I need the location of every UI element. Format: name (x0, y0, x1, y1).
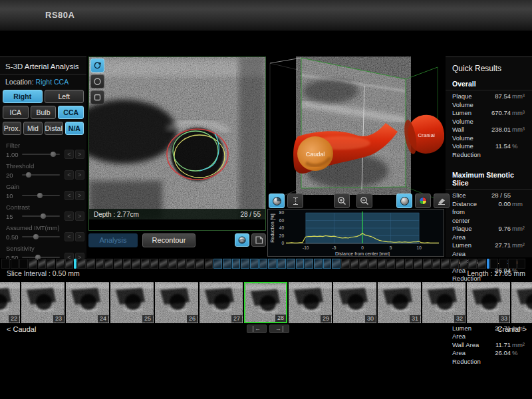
slider-increment-button[interactable]: > (75, 211, 84, 221)
micro-slice-cell[interactable] (232, 259, 241, 269)
range-marker-cranial[interactable] (487, 259, 489, 269)
micro-slice-cell[interactable] (250, 259, 259, 269)
go-to-first-slice-button[interactable]: ← (247, 325, 267, 333)
micro-slice-cell[interactable] (305, 259, 313, 269)
micro-slice-cell[interactable] (241, 259, 249, 269)
micro-slice-cell[interactable] (396, 259, 404, 269)
micro-slice-cell[interactable] (350, 259, 359, 269)
slider-knob[interactable] (26, 172, 31, 178)
rectangle-contour-tool-button[interactable] (90, 90, 104, 104)
micro-slice-cell[interactable] (168, 259, 177, 269)
location-button-bulb[interactable]: Bulb (31, 106, 57, 119)
micro-slice-cell[interactable] (11, 259, 19, 269)
slider-knob[interactable] (51, 152, 56, 157)
slider-increment-button[interactable]: > (75, 170, 84, 180)
micro-slice-cell[interactable] (178, 259, 186, 269)
micro-slice-cell[interactable] (460, 259, 468, 269)
micro-slice-cell[interactable] (47, 259, 55, 269)
location-button-n-a[interactable]: N/A (65, 122, 84, 135)
volume-render-toggle-button[interactable] (235, 233, 249, 247)
micro-slice-cell[interactable] (468, 259, 477, 269)
micro-slice-cell[interactable] (432, 259, 441, 269)
slice-position-button[interactable] (287, 194, 303, 208)
slice-thumbnail-30[interactable]: 30 (333, 282, 376, 323)
micro-slice-cell[interactable] (450, 259, 459, 269)
slider-increment-button[interactable]: > (75, 191, 84, 200)
slider-knob[interactable] (41, 213, 46, 219)
micro-slice-cell[interactable] (314, 259, 323, 269)
slider-decrement-button[interactable]: < (65, 232, 74, 241)
micro-slice-cell[interactable] (1, 259, 10, 269)
micro-slice-cell[interactable] (296, 259, 305, 269)
micro-slice-cell[interactable] (259, 259, 268, 269)
micro-slice-cell[interactable] (499, 259, 507, 269)
orientation-marker-button[interactable] (269, 194, 285, 208)
ellipse-contour-tool-button[interactable] (90, 74, 104, 88)
slider-track[interactable] (22, 215, 60, 217)
slice-thumbnail-24[interactable]: 24 (66, 282, 109, 323)
micro-slice-cell[interactable] (223, 259, 231, 269)
render-mode-button[interactable] (396, 194, 412, 208)
micro-slice-cell[interactable] (423, 259, 432, 269)
micro-slice-cell[interactable] (386, 259, 395, 269)
slider-increment-button[interactable]: > (75, 150, 84, 159)
slice-thumbnail-27[interactable]: 27 (200, 282, 243, 323)
micro-slice-cell[interactable] (205, 259, 213, 269)
slider-track[interactable] (22, 195, 60, 196)
slider-track[interactable] (22, 174, 60, 176)
slider-decrement-button[interactable]: < (65, 170, 74, 180)
location-button-cca[interactable]: CCA (58, 106, 84, 119)
micro-slice-cell[interactable] (123, 259, 132, 269)
slice-thumbnail[interactable] (511, 282, 532, 323)
micro-slice-cell[interactable] (341, 259, 350, 269)
micro-slice-cell[interactable] (132, 259, 140, 269)
location-button-right[interactable]: Right (3, 90, 43, 103)
micro-slice-cell[interactable] (277, 259, 286, 269)
recontour-button[interactable]: Recontour (142, 233, 196, 247)
micro-slice-cell[interactable] (38, 259, 47, 269)
location-button-distal[interactable]: Distal (45, 122, 63, 135)
reduction-chart[interactable]: 020406080-10-50510Distance from center [… (268, 209, 444, 256)
ultrasound-transverse-image[interactable]: Depth : 2.77cm 28 / 55 (89, 57, 265, 219)
range-marker-caudal[interactable] (74, 259, 76, 269)
layout-toggle-button[interactable] (251, 233, 266, 247)
color-map-button[interactable] (415, 194, 431, 208)
micro-slice-cell[interactable] (29, 259, 37, 269)
slice-thumbnail-26[interactable]: 26 (155, 282, 198, 323)
slider-increment-button[interactable]: > (75, 232, 84, 241)
slider-decrement-button[interactable]: < (65, 211, 74, 221)
micro-slice-cell[interactable] (287, 259, 295, 269)
slice-thumbnail-25[interactable]: 25 (110, 282, 154, 323)
slice-thumbnail-22[interactable]: 22 (0, 282, 20, 323)
micro-slice-cell[interactable] (405, 259, 414, 269)
analysis-button[interactable]: Analysis (88, 233, 138, 247)
micro-slice-cell[interactable] (114, 259, 122, 269)
micro-slice-cell[interactable] (19, 259, 28, 269)
micro-slice-cell[interactable] (477, 259, 486, 269)
micro-slice-cell[interactable] (86, 259, 95, 269)
slice-thumbnail-23[interactable]: 23 (21, 282, 65, 323)
micro-slice-cell[interactable] (65, 259, 74, 269)
go-to-last-slice-button[interactable]: → (269, 325, 289, 333)
slider-track[interactable] (22, 257, 60, 258)
slider-knob[interactable] (33, 234, 39, 239)
micro-slice-cell[interactable] (441, 259, 450, 269)
trace-contour-tool-button[interactable] (90, 59, 104, 72)
location-button-prox[interactable]: Prox. (3, 122, 21, 135)
micro-slice-cell[interactable] (56, 259, 65, 269)
micro-slice-cell[interactable] (517, 259, 526, 269)
micro-slice-cell[interactable] (359, 259, 368, 269)
zoom-in-button[interactable] (334, 194, 350, 208)
slice-thumbnail-32[interactable]: 32 (422, 282, 466, 323)
micro-slice-cell[interactable] (378, 259, 386, 269)
slider-decrement-button[interactable]: < (65, 150, 74, 159)
location-button-mid[interactable]: Mid (23, 122, 42, 135)
micro-slice-cell[interactable] (332, 259, 340, 269)
slider-knob[interactable] (37, 193, 43, 198)
micro-slice-cell[interactable] (96, 259, 104, 269)
micro-slice-cell[interactable] (150, 259, 159, 269)
micro-slice-cell[interactable] (159, 259, 168, 269)
slice-thumbnail-33[interactable]: 33 (467, 282, 510, 323)
micro-slice-cell[interactable] (196, 259, 204, 269)
micro-slice-cell[interactable] (268, 259, 277, 269)
